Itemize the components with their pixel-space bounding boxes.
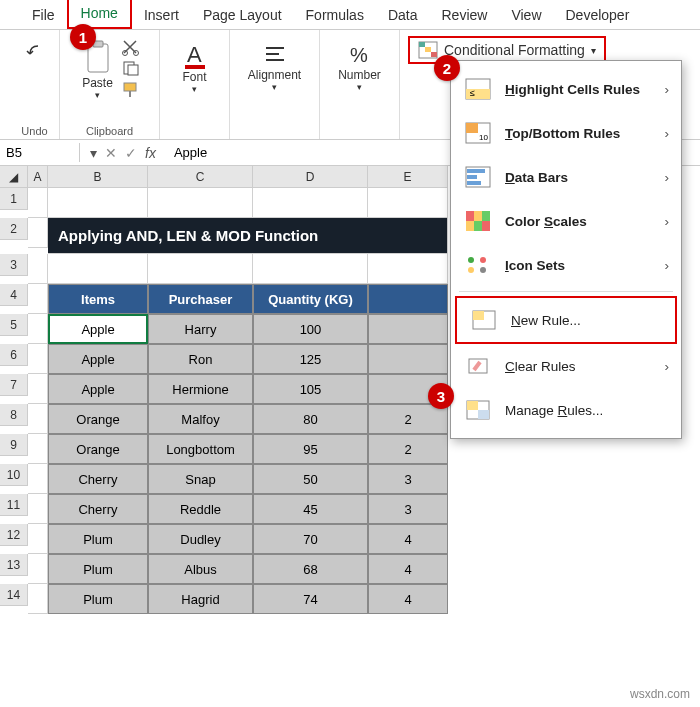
cell[interactable] (368, 254, 448, 284)
table-header[interactable]: Purchaser (148, 284, 253, 314)
table-cell[interactable] (368, 344, 448, 374)
row-header[interactable]: 5 (0, 314, 28, 336)
menu-icon-sets[interactable]: Icon Sets › (451, 243, 681, 287)
table-cell[interactable]: 4 (368, 554, 448, 584)
menu-top-bottom-rules[interactable]: 10 Top/Bottom Rules › (451, 111, 681, 155)
table-cell[interactable]: Albus (148, 554, 253, 584)
table-cell[interactable]: 68 (253, 554, 368, 584)
tab-view[interactable]: View (499, 2, 553, 29)
table-cell[interactable]: 105 (253, 374, 368, 404)
row-header[interactable]: 1 (0, 188, 28, 210)
tab-review[interactable]: Review (430, 2, 500, 29)
table-cell[interactable]: Ron (148, 344, 253, 374)
table-cell[interactable]: Hermione (148, 374, 253, 404)
table-cell[interactable]: Dudley (148, 524, 253, 554)
cell[interactable] (368, 188, 448, 218)
menu-data-bars[interactable]: Data Bars › (451, 155, 681, 199)
table-cell[interactable]: 2 (368, 404, 448, 434)
cell[interactable] (48, 188, 148, 218)
select-all-corner[interactable]: ◢ (0, 166, 28, 188)
table-header[interactable]: Items (48, 284, 148, 314)
row-header[interactable]: 12 (0, 524, 28, 546)
cell[interactable] (28, 344, 48, 374)
cell[interactable] (28, 188, 48, 218)
col-header[interactable]: B (48, 166, 148, 188)
table-cell[interactable]: Plum (48, 554, 148, 584)
table-cell[interactable]: 3 (368, 494, 448, 524)
title-cell[interactable]: Applying AND, LEN & MOD Function (48, 218, 448, 254)
menu-color-scales[interactable]: Color Scales › (451, 199, 681, 243)
cell[interactable] (148, 188, 253, 218)
row-header[interactable]: 10 (0, 464, 28, 486)
table-cell[interactable]: Orange (48, 404, 148, 434)
table-cell[interactable]: 3 (368, 464, 448, 494)
row-header[interactable]: 2 (0, 218, 28, 240)
cell[interactable] (28, 584, 48, 614)
cell[interactable] (28, 404, 48, 434)
tab-page-layout[interactable]: Page Layout (191, 2, 294, 29)
fx-icon[interactable]: fx (145, 145, 156, 161)
col-header[interactable]: C (148, 166, 253, 188)
tab-developer[interactable]: Developer (554, 2, 642, 29)
table-cell[interactable]: Plum (48, 524, 148, 554)
alignment-button[interactable]: Alignment ▾ (244, 38, 305, 94)
menu-manage-rules[interactable]: Manage Rules... (451, 388, 681, 432)
tab-file[interactable]: File (20, 2, 67, 29)
font-button[interactable]: A Font ▾ (177, 38, 213, 96)
cell[interactable] (28, 218, 48, 248)
cell[interactable] (28, 284, 48, 314)
dropdown-icon[interactable]: ▾ (90, 145, 97, 161)
cell[interactable] (28, 434, 48, 464)
table-cell[interactable]: Longbottom (148, 434, 253, 464)
tab-formulas[interactable]: Formulas (294, 2, 376, 29)
cell[interactable] (28, 254, 48, 284)
cell[interactable] (253, 254, 368, 284)
cell[interactable] (28, 374, 48, 404)
tab-data[interactable]: Data (376, 2, 430, 29)
row-header[interactable]: 4 (0, 284, 28, 306)
table-cell[interactable]: 100 (253, 314, 368, 344)
cancel-icon[interactable]: ✕ (105, 145, 117, 161)
table-cell[interactable]: 70 (253, 524, 368, 554)
table-cell[interactable]: 95 (253, 434, 368, 464)
cell[interactable] (28, 524, 48, 554)
row-header[interactable]: 8 (0, 404, 28, 426)
row-header[interactable]: 9 (0, 434, 28, 456)
cell[interactable] (28, 314, 48, 344)
enter-icon[interactable]: ✓ (125, 145, 137, 161)
table-cell[interactable]: 4 (368, 584, 448, 614)
cell[interactable] (28, 554, 48, 584)
table-header[interactable] (368, 284, 448, 314)
table-cell[interactable]: Reddle (148, 494, 253, 524)
name-box[interactable]: B5 (0, 143, 80, 162)
row-header[interactable]: 13 (0, 554, 28, 576)
table-cell[interactable]: Harry (148, 314, 253, 344)
menu-new-rule[interactable]: New Rule... (455, 296, 677, 344)
table-cell[interactable]: Malfoy (148, 404, 253, 434)
table-cell[interactable]: 2 (368, 434, 448, 464)
table-cell[interactable]: Snap (148, 464, 253, 494)
col-header[interactable]: D (253, 166, 368, 188)
table-cell[interactable]: 50 (253, 464, 368, 494)
cell[interactable] (28, 464, 48, 494)
table-cell[interactable]: Cherry (48, 494, 148, 524)
menu-highlight-cells-rules[interactable]: ≤ Highlight Cells Rules › (451, 67, 681, 111)
row-header[interactable]: 6 (0, 344, 28, 366)
cell[interactable] (148, 254, 253, 284)
menu-clear-rules[interactable]: Clear Rules › (451, 344, 681, 388)
col-header[interactable]: A (28, 166, 48, 188)
undo-button[interactable] (20, 38, 50, 64)
row-header[interactable]: 3 (0, 254, 28, 276)
copy-icon[interactable] (121, 59, 141, 77)
row-header[interactable]: 7 (0, 374, 28, 396)
table-cell[interactable]: 125 (253, 344, 368, 374)
number-button[interactable]: % Number ▾ (334, 38, 385, 94)
table-cell[interactable]: Hagrid (148, 584, 253, 614)
row-header[interactable]: 14 (0, 584, 28, 606)
cut-icon[interactable] (121, 38, 141, 56)
table-cell[interactable]: Orange (48, 434, 148, 464)
cell[interactable] (28, 494, 48, 524)
row-header[interactable]: 11 (0, 494, 28, 516)
table-cell[interactable]: 45 (253, 494, 368, 524)
table-cell[interactable]: Cherry (48, 464, 148, 494)
